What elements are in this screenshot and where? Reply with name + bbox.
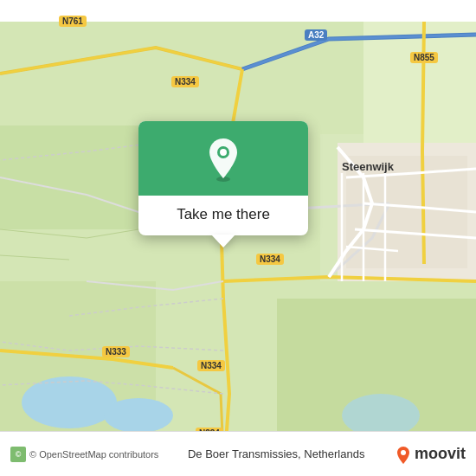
- map-container: N761 N334 A32 N855 N334 N333 N334 N334 S…: [0, 0, 476, 476]
- road-label-n333: N333: [102, 346, 130, 357]
- popup-pointer: [211, 235, 235, 248]
- popup-card: Take me there: [138, 121, 308, 235]
- attribution: © © OpenStreetMap contributors: [10, 447, 158, 462]
- svg-rect-6: [363, 22, 476, 143]
- city-label-steenwijk: Steenwijk: [342, 160, 394, 173]
- moovit-icon: [394, 445, 413, 464]
- location-pin-icon: [204, 137, 242, 182]
- road-label-n334-mid: N334: [256, 254, 284, 265]
- popup-card-header: [138, 121, 308, 196]
- road-label-n761: N761: [59, 16, 87, 27]
- svg-rect-2: [0, 125, 138, 229]
- svg-point-7: [22, 376, 117, 428]
- take-me-there-button[interactable]: Take me there: [152, 206, 294, 223]
- moovit-text: moovit: [415, 445, 466, 463]
- road-label-n334-bot: N334: [197, 360, 225, 371]
- bottom-bar: © © OpenStreetMap contributors De Boer T…: [0, 431, 476, 476]
- road-label-n334-top: N334: [171, 76, 199, 87]
- svg-point-15: [401, 450, 406, 455]
- road-label-a32: A32: [305, 29, 327, 41]
- location-name: De Boer Transmissies, Netherlands: [188, 447, 364, 460]
- popup-card-body: Take me there: [138, 196, 308, 235]
- osm-logo: ©: [10, 447, 26, 462]
- svg-point-14: [220, 149, 227, 156]
- attribution-text: © OpenStreetMap contributors: [29, 449, 158, 460]
- road-label-n855: N855: [410, 52, 438, 63]
- svg-point-8: [104, 398, 173, 433]
- moovit-logo: moovit: [394, 445, 466, 464]
